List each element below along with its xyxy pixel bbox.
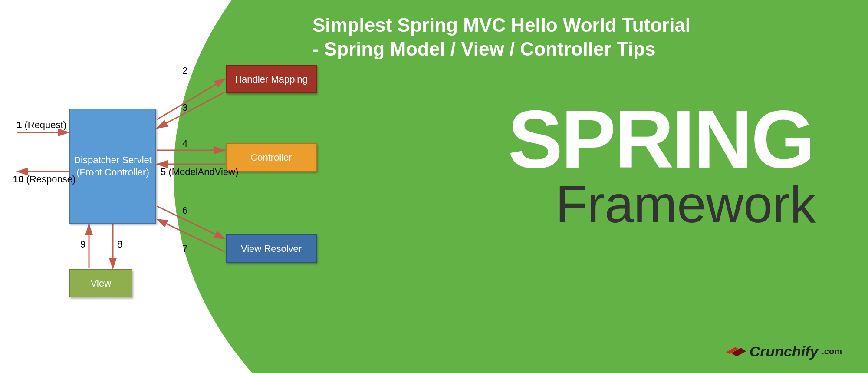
step-8-num: 8 bbox=[117, 239, 122, 250]
step-9-num: 9 bbox=[80, 239, 85, 250]
footer-brand-domain: .com bbox=[822, 347, 842, 356]
brand-block: SPRING Framework bbox=[508, 100, 816, 234]
label-1-request: 1 (Request) bbox=[16, 119, 66, 131]
box-view-resolver: View Resolver bbox=[226, 234, 317, 263]
handler-label: Handler Mapping bbox=[235, 74, 308, 85]
resolver-label: View Resolver bbox=[241, 243, 302, 254]
step-1-note: (Request) bbox=[24, 119, 66, 130]
step-6-num: 6 bbox=[182, 205, 187, 216]
step-5-num: 5 bbox=[161, 166, 166, 177]
step-1-num: 1 bbox=[16, 119, 22, 130]
dispatcher-label-line2: (Front Controller) bbox=[74, 166, 152, 178]
box-dispatcher-servlet: Dispatcher Servlet (Front Controller) bbox=[69, 109, 156, 224]
step-7-num: 7 bbox=[182, 243, 187, 254]
step-5-note: (ModelAndView) bbox=[168, 166, 238, 177]
dispatcher-label-line1: Dispatcher Servlet bbox=[74, 154, 152, 166]
step-10-num: 10 bbox=[13, 174, 23, 185]
label-10-response: 10 (Response) bbox=[13, 174, 76, 185]
box-view: View bbox=[69, 269, 132, 297]
step-3-num: 3 bbox=[182, 102, 187, 113]
box-handler-mapping: Handler Mapping bbox=[226, 65, 317, 93]
svg-line-7 bbox=[157, 219, 225, 252]
controller-label: Controller bbox=[250, 152, 292, 163]
title-line-1: Simplest Spring MVC Hello World Tutorial bbox=[312, 13, 851, 37]
footer-logo: Crunchify .com bbox=[726, 343, 842, 360]
brand-subword: Framework bbox=[556, 174, 816, 234]
svg-line-6 bbox=[157, 206, 225, 239]
step-10-note: (Response) bbox=[26, 174, 76, 185]
page-title: Simplest Spring MVC Hello World Tutorial… bbox=[312, 13, 851, 61]
step-2-num: 2 bbox=[182, 65, 187, 76]
box-controller: Controller bbox=[226, 143, 317, 172]
title-line-2: - Spring Model / View / Controller Tips bbox=[312, 37, 851, 61]
footer-brand-name: Crunchify bbox=[750, 343, 819, 360]
crunchify-logo-icon bbox=[726, 343, 746, 360]
brand-word: SPRING bbox=[508, 100, 816, 178]
svg-line-2 bbox=[157, 79, 225, 119]
step-4-num: 4 bbox=[182, 138, 187, 149]
label-5-mav: 5 (ModelAndView) bbox=[161, 166, 238, 178]
mvc-diagram: Dispatcher Servlet (Front Controller) Ha… bbox=[9, 52, 339, 321]
svg-line-3 bbox=[157, 92, 225, 128]
view-label: View bbox=[91, 278, 111, 289]
